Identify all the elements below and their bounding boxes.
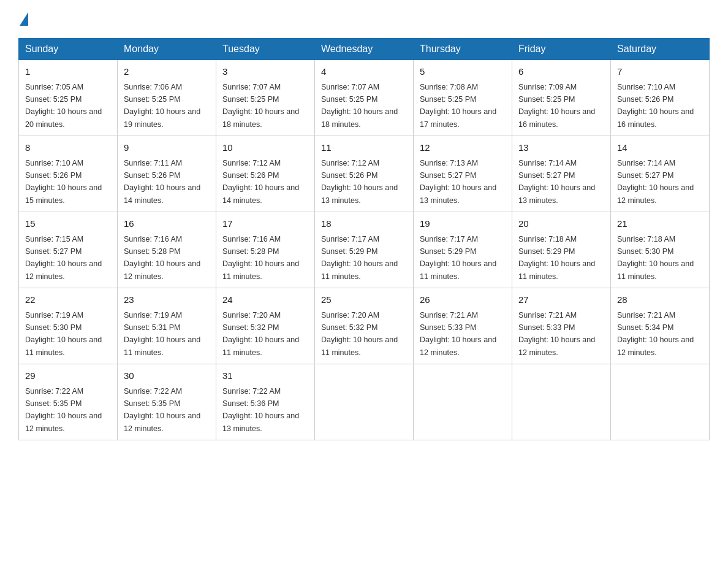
day-info: Sunrise: 7:08 AMSunset: 5:25 PMDaylight:… bbox=[420, 83, 496, 129]
day-number: 30 bbox=[124, 369, 210, 383]
day-number: 29 bbox=[25, 369, 111, 383]
day-number: 27 bbox=[518, 293, 604, 307]
day-info: Sunrise: 7:12 AMSunset: 5:26 PMDaylight:… bbox=[321, 159, 398, 205]
day-info: Sunrise: 7:07 AMSunset: 5:25 PMDaylight:… bbox=[321, 83, 398, 129]
day-info: Sunrise: 7:15 AMSunset: 5:27 PMDaylight:… bbox=[25, 235, 102, 281]
column-header-monday: Monday bbox=[118, 39, 216, 60]
day-number: 31 bbox=[222, 369, 308, 383]
day-info: Sunrise: 7:10 AMSunset: 5:26 PMDaylight:… bbox=[617, 83, 694, 129]
day-info: Sunrise: 7:12 AMSunset: 5:26 PMDaylight:… bbox=[222, 159, 299, 205]
day-number: 5 bbox=[420, 65, 506, 79]
calendar-cell: 5 Sunrise: 7:08 AMSunset: 5:25 PMDayligh… bbox=[414, 60, 512, 136]
calendar-cell bbox=[611, 364, 710, 440]
column-header-wednesday: Wednesday bbox=[315, 39, 414, 60]
column-header-tuesday: Tuesday bbox=[216, 39, 315, 60]
day-number: 19 bbox=[420, 217, 506, 231]
calendar-week-row: 15 Sunrise: 7:15 AMSunset: 5:27 PMDaylig… bbox=[19, 212, 710, 288]
day-info: Sunrise: 7:22 AMSunset: 5:35 PMDaylight:… bbox=[25, 387, 102, 433]
calendar-cell: 26 Sunrise: 7:21 AMSunset: 5:33 PMDaylig… bbox=[414, 288, 512, 364]
day-info: Sunrise: 7:13 AMSunset: 5:27 PMDaylight:… bbox=[420, 159, 496, 205]
calendar-cell: 19 Sunrise: 7:17 AMSunset: 5:29 PMDaylig… bbox=[414, 212, 512, 288]
day-number: 21 bbox=[617, 217, 703, 231]
calendar-cell: 4 Sunrise: 7:07 AMSunset: 5:25 PMDayligh… bbox=[315, 60, 414, 136]
day-info: Sunrise: 7:18 AMSunset: 5:29 PMDaylight:… bbox=[518, 235, 595, 281]
day-number: 1 bbox=[25, 65, 111, 79]
calendar-cell: 24 Sunrise: 7:20 AMSunset: 5:32 PMDaylig… bbox=[216, 288, 315, 364]
calendar-cell bbox=[414, 364, 512, 440]
day-number: 7 bbox=[617, 65, 703, 79]
calendar-cell: 13 Sunrise: 7:14 AMSunset: 5:27 PMDaylig… bbox=[512, 136, 611, 212]
calendar-cell bbox=[512, 364, 611, 440]
day-number: 10 bbox=[222, 141, 308, 155]
calendar-cell bbox=[315, 364, 414, 440]
calendar-week-row: 1 Sunrise: 7:05 AMSunset: 5:25 PMDayligh… bbox=[19, 60, 710, 136]
day-info: Sunrise: 7:17 AMSunset: 5:29 PMDaylight:… bbox=[321, 235, 398, 281]
day-info: Sunrise: 7:16 AMSunset: 5:28 PMDaylight:… bbox=[222, 235, 299, 281]
day-number: 24 bbox=[222, 293, 308, 307]
calendar-week-row: 8 Sunrise: 7:10 AMSunset: 5:26 PMDayligh… bbox=[19, 136, 710, 212]
column-header-friday: Friday bbox=[512, 39, 611, 60]
calendar-cell: 10 Sunrise: 7:12 AMSunset: 5:26 PMDaylig… bbox=[216, 136, 315, 212]
day-info: Sunrise: 7:17 AMSunset: 5:29 PMDaylight:… bbox=[420, 235, 496, 281]
calendar-cell: 9 Sunrise: 7:11 AMSunset: 5:26 PMDayligh… bbox=[118, 136, 216, 212]
day-info: Sunrise: 7:18 AMSunset: 5:30 PMDaylight:… bbox=[617, 235, 694, 281]
calendar-cell: 6 Sunrise: 7:09 AMSunset: 5:25 PMDayligh… bbox=[512, 60, 611, 136]
column-header-thursday: Thursday bbox=[414, 39, 512, 60]
day-info: Sunrise: 7:06 AMSunset: 5:25 PMDaylight:… bbox=[124, 83, 200, 129]
day-info: Sunrise: 7:21 AMSunset: 5:34 PMDaylight:… bbox=[617, 311, 694, 357]
day-info: Sunrise: 7:19 AMSunset: 5:30 PMDaylight:… bbox=[25, 311, 102, 357]
day-number: 8 bbox=[25, 141, 111, 155]
calendar-cell: 30 Sunrise: 7:22 AMSunset: 5:35 PMDaylig… bbox=[118, 364, 216, 440]
logo-triangle-icon bbox=[20, 12, 28, 26]
day-info: Sunrise: 7:14 AMSunset: 5:27 PMDaylight:… bbox=[617, 159, 694, 205]
day-info: Sunrise: 7:11 AMSunset: 5:26 PMDaylight:… bbox=[124, 159, 200, 205]
day-number: 16 bbox=[124, 217, 210, 231]
column-header-sunday: Sunday bbox=[19, 39, 118, 60]
column-header-saturday: Saturday bbox=[611, 39, 710, 60]
day-info: Sunrise: 7:16 AMSunset: 5:28 PMDaylight:… bbox=[124, 235, 200, 281]
calendar-cell: 27 Sunrise: 7:21 AMSunset: 5:33 PMDaylig… bbox=[512, 288, 611, 364]
calendar-cell: 14 Sunrise: 7:14 AMSunset: 5:27 PMDaylig… bbox=[611, 136, 710, 212]
day-info: Sunrise: 7:21 AMSunset: 5:33 PMDaylight:… bbox=[518, 311, 595, 357]
page-header bbox=[18, 12, 710, 27]
calendar-cell: 1 Sunrise: 7:05 AMSunset: 5:25 PMDayligh… bbox=[19, 60, 118, 136]
day-number: 13 bbox=[518, 141, 604, 155]
day-number: 22 bbox=[25, 293, 111, 307]
calendar-cell: 12 Sunrise: 7:13 AMSunset: 5:27 PMDaylig… bbox=[414, 136, 512, 212]
calendar-cell: 17 Sunrise: 7:16 AMSunset: 5:28 PMDaylig… bbox=[216, 212, 315, 288]
day-number: 4 bbox=[321, 65, 407, 79]
day-number: 26 bbox=[420, 293, 506, 307]
day-info: Sunrise: 7:22 AMSunset: 5:35 PMDaylight:… bbox=[124, 387, 200, 433]
calendar-cell: 25 Sunrise: 7:20 AMSunset: 5:32 PMDaylig… bbox=[315, 288, 414, 364]
day-number: 20 bbox=[518, 217, 604, 231]
day-number: 3 bbox=[222, 65, 308, 79]
day-number: 17 bbox=[222, 217, 308, 231]
day-info: Sunrise: 7:21 AMSunset: 5:33 PMDaylight:… bbox=[420, 311, 496, 357]
day-number: 2 bbox=[124, 65, 210, 79]
calendar-cell: 20 Sunrise: 7:18 AMSunset: 5:29 PMDaylig… bbox=[512, 212, 611, 288]
calendar-week-row: 22 Sunrise: 7:19 AMSunset: 5:30 PMDaylig… bbox=[19, 288, 710, 364]
calendar-cell: 29 Sunrise: 7:22 AMSunset: 5:35 PMDaylig… bbox=[19, 364, 118, 440]
logo bbox=[18, 12, 28, 27]
calendar-cell: 8 Sunrise: 7:10 AMSunset: 5:26 PMDayligh… bbox=[19, 136, 118, 212]
calendar-cell: 7 Sunrise: 7:10 AMSunset: 5:26 PMDayligh… bbox=[611, 60, 710, 136]
calendar-cell: 2 Sunrise: 7:06 AMSunset: 5:25 PMDayligh… bbox=[118, 60, 216, 136]
calendar-cell: 23 Sunrise: 7:19 AMSunset: 5:31 PMDaylig… bbox=[118, 288, 216, 364]
day-info: Sunrise: 7:20 AMSunset: 5:32 PMDaylight:… bbox=[321, 311, 398, 357]
calendar-week-row: 29 Sunrise: 7:22 AMSunset: 5:35 PMDaylig… bbox=[19, 364, 710, 440]
day-number: 28 bbox=[617, 293, 703, 307]
calendar-cell: 28 Sunrise: 7:21 AMSunset: 5:34 PMDaylig… bbox=[611, 288, 710, 364]
day-info: Sunrise: 7:14 AMSunset: 5:27 PMDaylight:… bbox=[518, 159, 595, 205]
day-number: 15 bbox=[25, 217, 111, 231]
calendar-cell: 3 Sunrise: 7:07 AMSunset: 5:25 PMDayligh… bbox=[216, 60, 315, 136]
calendar-cell: 22 Sunrise: 7:19 AMSunset: 5:30 PMDaylig… bbox=[19, 288, 118, 364]
day-info: Sunrise: 7:07 AMSunset: 5:25 PMDaylight:… bbox=[222, 83, 299, 129]
day-number: 18 bbox=[321, 217, 407, 231]
day-number: 23 bbox=[124, 293, 210, 307]
day-number: 6 bbox=[518, 65, 604, 79]
calendar-cell: 18 Sunrise: 7:17 AMSunset: 5:29 PMDaylig… bbox=[315, 212, 414, 288]
calendar-cell: 31 Sunrise: 7:22 AMSunset: 5:36 PMDaylig… bbox=[216, 364, 315, 440]
day-info: Sunrise: 7:10 AMSunset: 5:26 PMDaylight:… bbox=[25, 159, 102, 205]
calendar-cell: 21 Sunrise: 7:18 AMSunset: 5:30 PMDaylig… bbox=[611, 212, 710, 288]
day-number: 25 bbox=[321, 293, 407, 307]
